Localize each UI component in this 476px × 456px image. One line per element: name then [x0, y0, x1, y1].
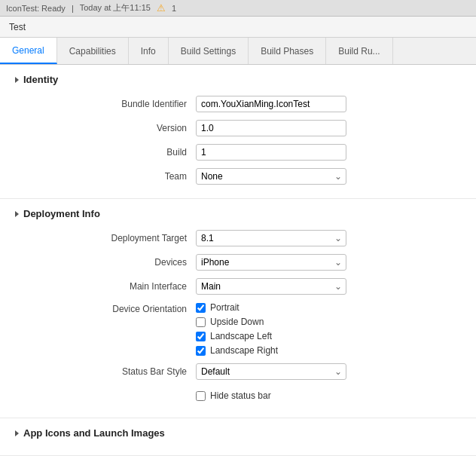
landscape-right-checkbox[interactable]: [196, 346, 206, 356]
portrait-option[interactable]: Portrait: [196, 302, 461, 313]
app-icons-header: App Icons and Launch Images: [15, 427, 461, 439]
landscape-right-label: Landscape Right: [210, 345, 278, 356]
main-interface-select[interactable]: Main: [196, 278, 346, 295]
team-select[interactable]: None: [196, 168, 346, 185]
orientation-checkbox-group: Portrait Upside Down Landscape Left Land…: [196, 302, 461, 356]
deployment-info-section: Deployment Info Deployment Target 8.1 8.…: [0, 199, 476, 418]
warning-count: 1: [172, 4, 176, 13]
main-interface-label: Main Interface: [15, 281, 196, 292]
build-control: [196, 144, 461, 161]
status-bar-style-label: Status Bar Style: [15, 366, 196, 377]
build-label: Build: [15, 147, 196, 158]
hide-status-bar-label: Hide status bar: [210, 390, 271, 401]
devices-row: Devices iPhone iPad Universal: [15, 254, 461, 271]
tab-build-rules[interactable]: Build Ru...: [326, 38, 392, 64]
deployment-target-select[interactable]: 8.1 8.0 7.1 7.0: [196, 230, 346, 246]
team-select-wrapper: None: [196, 168, 346, 185]
tab-build-settings[interactable]: Build Settings: [169, 38, 249, 64]
tab-info[interactable]: Info: [129, 38, 169, 64]
main-interface-select-wrapper: Main: [196, 278, 346, 295]
landscape-left-option[interactable]: Landscape Left: [196, 331, 461, 341]
title-bar: IconTest: Ready | Today at 上午11:15 ⚠ 1: [0, 0, 476, 17]
tab-bar: General Capabilities Info Build Settings…: [0, 38, 476, 65]
deployment-target-row: Deployment Target 8.1 8.0 7.1 7.0: [15, 230, 461, 246]
tab-capabilities[interactable]: Capabilities: [57, 38, 129, 64]
main-interface-row: Main Interface Main: [15, 278, 461, 295]
main-interface-control: Main: [196, 278, 461, 295]
identity-header: Identity: [15, 74, 461, 85]
hide-status-bar-option[interactable]: Hide status bar: [196, 390, 461, 401]
hide-status-bar-row: Hide status bar: [15, 387, 461, 404]
deployment-info-header: Deployment Info: [15, 208, 461, 219]
timestamp: Today at 上午11:15: [80, 2, 151, 14]
team-row: Team None: [15, 168, 461, 185]
separator: |: [72, 4, 74, 13]
triangle-icon: [15, 77, 19, 83]
version-control: [196, 120, 461, 136]
portrait-checkbox[interactable]: [196, 303, 206, 313]
build-row: Build: [15, 144, 461, 161]
bundle-identifier-control: [196, 96, 461, 112]
project-label: Test: [9, 22, 26, 32]
status-bar-style-select[interactable]: Default Light Content: [196, 363, 346, 380]
bundle-identifier-input[interactable]: [196, 96, 346, 112]
triangle-icon-3: [15, 430, 19, 436]
team-label: Team: [15, 171, 196, 182]
status-bar-style-control: Default Light Content: [196, 363, 461, 380]
team-control: None: [196, 168, 461, 185]
landscape-right-option[interactable]: Landscape Right: [196, 345, 461, 356]
tab-general[interactable]: General: [0, 38, 57, 64]
identity-section: Identity Bundle Identifier Version Build…: [0, 65, 476, 199]
version-label: Version: [15, 123, 196, 133]
deployment-target-select-wrapper: 8.1 8.0 7.1 7.0: [196, 230, 346, 246]
portrait-label: Portrait: [210, 302, 240, 313]
landscape-left-checkbox[interactable]: [196, 332, 206, 341]
upside-down-option[interactable]: Upside Down: [196, 317, 461, 327]
main-content: Identity Bundle Identifier Version Build…: [0, 65, 476, 456]
hide-status-bar-checkbox[interactable]: [196, 391, 206, 401]
triangle-icon-2: [15, 211, 19, 217]
version-row: Version: [15, 120, 461, 136]
status-bar-style-select-wrapper: Default Light Content: [196, 363, 346, 380]
devices-label: Devices: [15, 257, 196, 268]
identity-title: Identity: [23, 74, 58, 85]
upside-down-checkbox[interactable]: [196, 317, 206, 327]
device-orientation-control: Portrait Upside Down Landscape Left Land…: [196, 302, 461, 356]
device-orientation-label: Device Orientation: [15, 302, 196, 314]
landscape-left-label: Landscape Left: [210, 331, 272, 341]
devices-select[interactable]: iPhone iPad Universal: [196, 254, 346, 271]
app-status: IconTest: Ready: [6, 4, 66, 13]
upside-down-label: Upside Down: [210, 317, 264, 327]
deployment-target-label: Deployment Target: [15, 233, 196, 243]
devices-control: iPhone iPad Universal: [196, 254, 461, 271]
app-icons-title: App Icons and Launch Images: [23, 427, 165, 439]
project-bar: Test: [0, 17, 476, 38]
devices-select-wrapper: iPhone iPad Universal: [196, 254, 346, 271]
device-orientation-row: Device Orientation Portrait Upside Down …: [15, 302, 461, 356]
version-input[interactable]: [196, 120, 346, 136]
warning-icon: ⚠: [157, 2, 166, 14]
build-input[interactable]: [196, 144, 346, 161]
deployment-info-title: Deployment Info: [23, 208, 100, 219]
deployment-target-control: 8.1 8.0 7.1 7.0: [196, 230, 461, 246]
app-icons-section: App Icons and Launch Images: [0, 418, 476, 456]
hide-status-bar-control: Hide status bar: [196, 390, 461, 401]
tab-build-phases[interactable]: Build Phases: [249, 38, 326, 64]
bundle-identifier-row: Bundle Identifier: [15, 96, 461, 112]
bundle-identifier-label: Bundle Identifier: [15, 99, 196, 109]
status-bar-style-row: Status Bar Style Default Light Content: [15, 363, 461, 380]
